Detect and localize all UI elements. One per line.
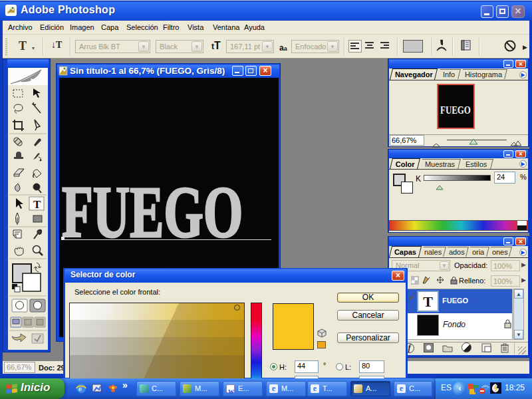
svg-text:FUEGO: FUEGO — [440, 104, 471, 116]
svg-text:e: e — [78, 384, 82, 392]
svg-text:T: T — [33, 198, 41, 211]
